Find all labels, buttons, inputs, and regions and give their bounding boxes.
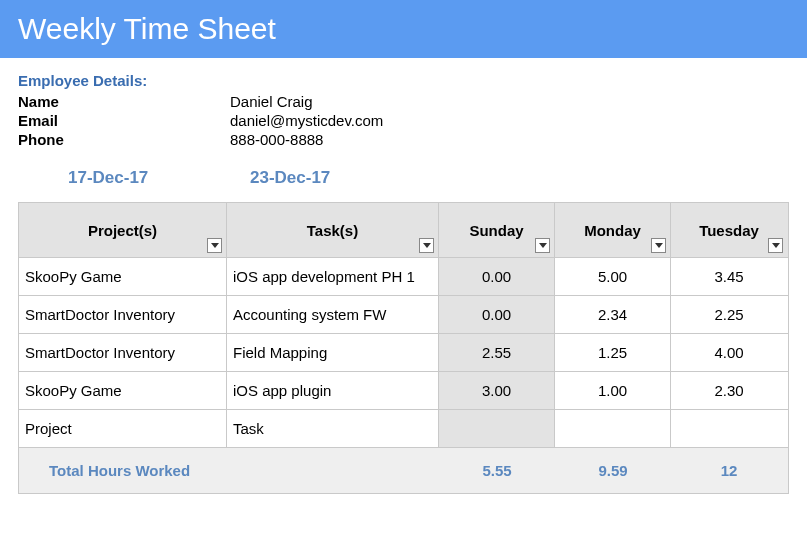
detail-label: Phone xyxy=(18,131,230,148)
cell-sunday[interactable]: 3.00 xyxy=(439,372,555,409)
header-project[interactable]: Project(s) xyxy=(19,203,227,257)
total-tuesday: 12 xyxy=(671,448,787,493)
detail-row-email: Email daniel@mysticdev.com xyxy=(18,112,789,129)
cell-monday[interactable]: 1.00 xyxy=(555,372,671,409)
cell-task[interactable]: Task xyxy=(227,410,439,447)
table-header-row: Project(s) Task(s) Sunday Monday Tuesday xyxy=(19,203,788,257)
cell-sunday[interactable]: 0.00 xyxy=(439,296,555,333)
date-range: 17-Dec-17 23-Dec-17 xyxy=(0,158,807,202)
header-task[interactable]: Task(s) xyxy=(227,203,439,257)
header-monday-label: Monday xyxy=(584,222,641,239)
employee-details-heading: Employee Details: xyxy=(18,72,789,89)
header-sunday-label: Sunday xyxy=(469,222,523,239)
end-date: 23-Dec-17 xyxy=(250,168,330,188)
filter-dropdown-icon[interactable] xyxy=(651,238,666,253)
cell-task[interactable]: iOS app plugin xyxy=(227,372,439,409)
total-row: Total Hours Worked 5.55 9.59 12 xyxy=(19,447,788,493)
cell-tuesday[interactable]: 2.25 xyxy=(671,296,787,333)
header-sunday[interactable]: Sunday xyxy=(439,203,555,257)
filter-dropdown-icon[interactable] xyxy=(207,238,222,253)
cell-task[interactable]: iOS app development PH 1 xyxy=(227,258,439,295)
cell-project[interactable]: SmartDoctor Inventory xyxy=(19,334,227,371)
cell-project[interactable]: Project xyxy=(19,410,227,447)
timesheet-table: Project(s) Task(s) Sunday Monday Tuesday… xyxy=(18,202,789,494)
detail-value: daniel@mysticdev.com xyxy=(230,112,383,129)
cell-monday[interactable]: 2.34 xyxy=(555,296,671,333)
cell-monday[interactable]: 1.25 xyxy=(555,334,671,371)
cell-task[interactable]: Field Mapping xyxy=(227,334,439,371)
filter-dropdown-icon[interactable] xyxy=(535,238,550,253)
table-row: Project Task xyxy=(19,409,788,447)
total-blank xyxy=(227,448,439,493)
detail-value: 888-000-8888 xyxy=(230,131,323,148)
cell-tuesday[interactable]: 3.45 xyxy=(671,258,787,295)
filter-dropdown-icon[interactable] xyxy=(419,238,434,253)
cell-monday[interactable]: 5.00 xyxy=(555,258,671,295)
cell-sunday[interactable]: 0.00 xyxy=(439,258,555,295)
header-project-label: Project(s) xyxy=(88,222,157,239)
detail-row-phone: Phone 888-000-8888 xyxy=(18,131,789,148)
cell-tuesday[interactable]: 2.30 xyxy=(671,372,787,409)
total-label: Total Hours Worked xyxy=(19,448,227,493)
header-tuesday[interactable]: Tuesday xyxy=(671,203,787,257)
cell-sunday[interactable]: 2.55 xyxy=(439,334,555,371)
cell-tuesday[interactable]: 4.00 xyxy=(671,334,787,371)
cell-sunday[interactable] xyxy=(439,410,555,447)
total-monday: 9.59 xyxy=(555,448,671,493)
employee-details: Employee Details: Name Daniel Craig Emai… xyxy=(0,58,807,158)
cell-monday[interactable] xyxy=(555,410,671,447)
cell-project[interactable]: SmartDoctor Inventory xyxy=(19,296,227,333)
table-row: SmartDoctor Inventory Accounting system … xyxy=(19,295,788,333)
cell-task[interactable]: Accounting system FW xyxy=(227,296,439,333)
detail-row-name: Name Daniel Craig xyxy=(18,93,789,110)
detail-label: Email xyxy=(18,112,230,129)
table-row: SkooPy Game iOS app plugin 3.00 1.00 2.3… xyxy=(19,371,788,409)
header-task-label: Task(s) xyxy=(307,222,358,239)
header-monday[interactable]: Monday xyxy=(555,203,671,257)
detail-value: Daniel Craig xyxy=(230,93,313,110)
table-row: SmartDoctor Inventory Field Mapping 2.55… xyxy=(19,333,788,371)
detail-label: Name xyxy=(18,93,230,110)
cell-project[interactable]: SkooPy Game xyxy=(19,258,227,295)
total-sunday: 5.55 xyxy=(439,448,555,493)
cell-project[interactable]: SkooPy Game xyxy=(19,372,227,409)
page-title: Weekly Time Sheet xyxy=(18,12,276,45)
table-row: SkooPy Game iOS app development PH 1 0.0… xyxy=(19,257,788,295)
filter-dropdown-icon[interactable] xyxy=(768,238,783,253)
start-date: 17-Dec-17 xyxy=(18,168,250,188)
header-tuesday-label: Tuesday xyxy=(699,222,759,239)
cell-tuesday[interactable] xyxy=(671,410,787,447)
page-header: Weekly Time Sheet xyxy=(0,0,807,58)
